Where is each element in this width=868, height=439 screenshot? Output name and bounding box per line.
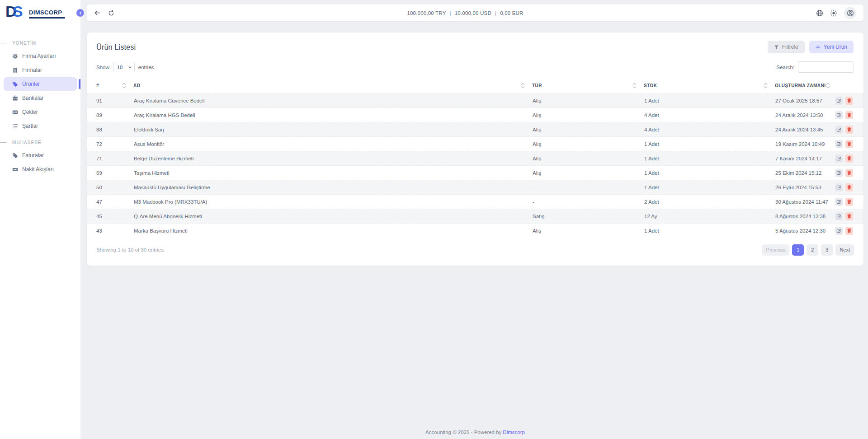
cell-created: 24 Aralık 2024 13:45 [775,122,835,137]
building-icon [12,67,18,73]
page-size-select[interactable]: 10 [113,62,135,72]
delete-row-button[interactable] [845,154,853,163]
cell-type: Alış [532,224,644,238]
table-row: 45Q-Are Menü Abonelik HizmetiSatış12 Ay8… [87,209,863,224]
brand-name: DIMSCORP [29,9,65,16]
delete-row-button[interactable] [845,198,853,206]
trash-icon [847,214,852,219]
cell-id: 91 [87,93,133,108]
cell-name: Araç Kiralama Güvence Bedeli [133,93,532,108]
column-header-name[interactable]: AD [133,78,532,93]
trash-icon [847,228,852,233]
pagination-page-1[interactable]: 1 [792,244,804,256]
edit-row-button[interactable] [835,212,843,220]
new-product-button[interactable]: Yeni Ürün [809,41,854,53]
pagination-next-button[interactable]: Next [835,244,854,256]
cell-id: 45 [87,209,133,224]
sort-icon [764,82,768,89]
cell-actions [835,108,863,122]
filter-button[interactable]: Filtrele [768,41,805,53]
currency-separator: | [450,10,451,16]
sidebar-item-urunler[interactable]: Ürünler [4,77,77,91]
table-row: 43Marka Başvuru HizmetiAlış1 Adet5 Ağust… [87,224,863,238]
cell-created: 5 Ağustos 2024 12:30 [775,224,835,238]
delete-row-button[interactable] [845,212,853,220]
column-header-created[interactable]: OLUŞTURMA ZAMANI [775,78,835,93]
cell-actions [835,180,863,195]
cell-id: 71 [87,151,133,166]
edit-row-button[interactable] [835,183,843,191]
column-header-stock[interactable]: STOK [644,78,775,93]
cell-id: 89 [87,108,133,122]
sidebar-item-cekler[interactable]: Çekler [4,105,77,119]
user-menu-button[interactable] [844,7,856,19]
edit-row-button[interactable] [835,169,843,177]
edit-row-button[interactable] [835,154,843,163]
tag-icon [12,81,18,87]
cell-name: Marka Başvuru Hizmeti [133,224,532,238]
column-header-type[interactable]: TÜR [532,78,644,93]
delete-row-button[interactable] [845,183,853,191]
sidebar-item-firmalar[interactable]: Firmalar [4,63,77,77]
back-button[interactable] [94,9,101,16]
delete-row-button[interactable] [845,126,853,134]
edit-icon [836,127,841,132]
edit-icon [836,214,841,219]
delete-row-button[interactable] [845,227,853,235]
cell-name: Asus Monitör [133,137,532,151]
delete-row-button[interactable] [845,169,853,177]
main-content: 100.000,00 TRY|10.000,00 USD|0,00 EUR [80,0,868,439]
cell-actions [835,137,863,151]
table-row: 69Taşıma HizmetiAlış1 Adet25 Ekim 2024 1… [87,166,863,180]
sort-icon [122,82,126,89]
cell-created: 25 Ekim 2024 15:12 [775,166,835,180]
edit-row-button[interactable] [835,111,843,119]
trash-icon [847,112,852,117]
footer-brand-link[interactable]: Dimscorp [503,430,525,435]
edit-icon [836,185,841,190]
section-dash [0,43,7,43]
delete-row-button[interactable] [845,97,853,105]
language-button[interactable] [816,9,823,17]
edit-row-button[interactable] [835,97,843,105]
pagination-previous-button[interactable]: Previous [762,244,790,256]
cell-stock: 1 Adet [644,137,775,151]
cell-created: 30 Ağustos 2024 11:47 [775,195,835,209]
pagination-page-2[interactable]: 2 [807,244,818,256]
refresh-button[interactable] [108,10,114,16]
cell-type: Alış [532,93,644,108]
sidebar-item-nakit-akislari[interactable]: Nakit Akışları [4,163,77,176]
credit-card-icon [12,109,18,115]
sidebar-item-faturalar[interactable]: Faturalar [4,149,77,162]
sidebar-item-firma-ayarlari[interactable]: Firma Ayarları [4,49,77,63]
edit-row-button[interactable] [835,126,843,134]
column-header-id[interactable]: # [87,78,133,93]
sidebar-item-label: Nakit Akışları [22,166,54,173]
pagination-page-3[interactable]: 3 [821,244,833,256]
search-input[interactable] [798,61,854,73]
edit-row-button[interactable] [835,198,843,206]
edit-row-button[interactable] [835,227,843,235]
brand-logo[interactable]: D S DIMSCORP [0,0,80,25]
sidebar-item-sartlar[interactable]: Şartlar [4,119,77,133]
edit-row-button[interactable] [835,140,843,148]
refresh-icon [108,10,114,16]
cell-actions [835,195,863,209]
table-row: 91Araç Kiralama Güvence BedeliAlış1 Adet… [87,93,863,108]
theme-toggle-button[interactable] [830,9,837,17]
sidebar-nav: YÖNETİMFirma AyarlarıFirmalarÜrünlerBank… [0,25,80,176]
pagination: Previous 1 2 3 Next [762,244,854,256]
table-row: 88Elektrikli ŞarjAlış4 Adet24 Aralık 202… [87,122,863,137]
sidebar-item-bankalar[interactable]: Bankalar [4,91,77,105]
delete-row-button[interactable] [845,111,853,119]
sidebar-collapse-button[interactable] [76,9,84,17]
sort-icon [521,82,525,89]
sidebar-item-label: Firmalar [22,67,42,73]
cell-actions [835,122,863,137]
brand-logo-mark: D S [5,5,25,22]
cell-stock: 1 Adet [644,151,775,166]
cell-stock: 4 Adet [644,108,775,122]
delete-row-button[interactable] [845,140,853,148]
plus-icon [816,45,821,50]
cell-stock: 1 Adet [644,224,775,238]
